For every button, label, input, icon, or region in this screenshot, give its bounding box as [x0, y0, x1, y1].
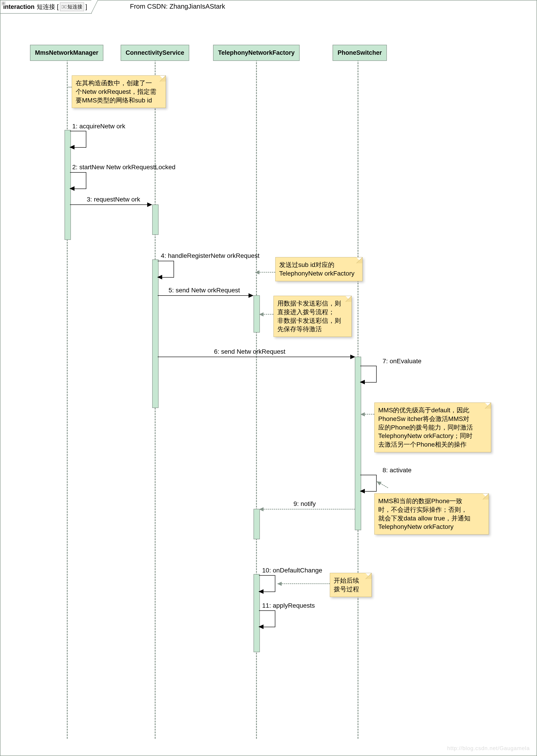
diagram-frame: interaction 短连接 [ ® 短连接 ] From CSDN: Zha…: [0, 0, 537, 756]
actor-phoneswitcher: PhoneSwitcher: [333, 45, 387, 61]
watermark: http://blog.csdn.net/Gaugamela: [447, 745, 530, 751]
tab-title: 短连接: [37, 3, 55, 11]
note-priority: MMS的优先级高于default，因此 PhoneSw itcher将会激活MM…: [374, 402, 491, 452]
tab-kind: interaction: [3, 3, 34, 11]
message-5: 5: send Netw orkRequest: [169, 287, 240, 294]
message-3: 3: requestNetw ork: [87, 196, 140, 203]
svg-rect-0: [62, 5, 63, 8]
message-8: 8: activate: [383, 467, 412, 474]
message-6: 6: send Netw orkRequest: [214, 348, 285, 355]
activation-tnf-2: [254, 509, 260, 539]
message-2: 2: startNew Netw orkRequestLocked: [72, 164, 175, 171]
actor-telephonynetworkfactory: TelephonyNetworkFactory: [213, 45, 300, 61]
message-4: 4: handleRegisterNetw orkRequest: [161, 252, 260, 259]
message-10: 10: onDefaultChange: [262, 567, 322, 574]
uml-icon: ® 短连接: [60, 3, 84, 11]
message-7: 7: onEvaluate: [383, 357, 421, 365]
credit: From CSDN: ZhangJianIsAStark: [130, 3, 225, 10]
actor-mmsnetworkmanager: MmsNetworkManager: [30, 45, 103, 61]
activation-cs-2: [152, 259, 159, 408]
note-constructor: 在其构造函数中，创建了一 个Netw orkRequest，指定需 要MMS类型…: [72, 75, 166, 108]
message-9: 9: notify: [294, 500, 316, 508]
note-subid: 发送过sub id对应的 TelephonyNetw orkFactory: [275, 257, 362, 281]
message-1: 1: acquireNetw ork: [72, 123, 125, 130]
activation-cs-1: [152, 204, 159, 235]
actor-connectivityservice: ConnectivityService: [121, 45, 189, 61]
note-dial: 开始后续 拨号过程: [330, 573, 372, 597]
note-mms-same: MMS和当前的数据Phone一致 时，不会进行实际操作；否则， 就会下发data…: [374, 493, 489, 534]
message-11: 11: applyRequests: [262, 602, 315, 609]
note-datacard: 用数据卡发送彩信，则 直接进入拨号流程； 非数据卡发送彩信，则 先保存等待激活: [273, 296, 351, 337]
frame-tab: interaction 短连接 [ ® 短连接 ]: [0, 0, 92, 14]
svg-rect-1: [65, 5, 66, 8]
